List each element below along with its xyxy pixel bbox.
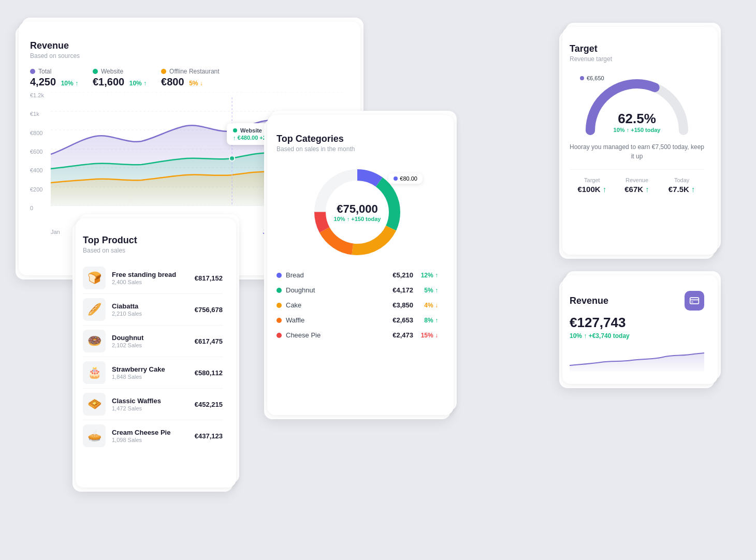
- revenue-mini-card: Revenue €127,743 10% ↑ +€3,740 today: [559, 279, 715, 388]
- list-item: Waffle €2,653 8% ↑: [277, 313, 438, 328]
- donut-value: €75,000: [334, 202, 381, 216]
- badge-dot: [394, 176, 398, 181]
- offline-label: Offline Restaurant: [169, 68, 220, 75]
- product-img-pie: 🥧: [83, 424, 106, 447]
- categories-card: Top Categories Based on sales in the mon…: [264, 119, 450, 419]
- gauge-sub: 10% ↑ +150 today: [614, 127, 661, 133]
- website-label: Website: [101, 68, 123, 75]
- svg-rect-17: [691, 302, 693, 303]
- gauge-container: €6,650 62.5% 10% ↑ +150 today: [570, 71, 704, 138]
- cat-dot: [277, 288, 282, 293]
- rev-mini-title: Revenue: [570, 296, 608, 306]
- cat-dot: [277, 318, 282, 323]
- target-subtitle: Revenue target: [570, 55, 704, 63]
- cat-dot: [277, 273, 282, 278]
- product-info-cake: Strawberry Cake 1,848 Sales: [112, 365, 188, 380]
- cat-dot: [277, 303, 282, 308]
- offline-value: €800 5% ↓: [161, 76, 220, 88]
- offline-dot: [161, 69, 166, 74]
- gauge-legend: €6,650: [580, 75, 604, 81]
- legend-row: Total 4,250 10% ↑ Website €1,600 10% ↑ O…: [30, 68, 343, 88]
- product-img-waffles: 🧇: [83, 393, 106, 416]
- top-product-card: Top Product Based on sales 🍞 Free standi…: [72, 223, 233, 492]
- total-label: Total: [38, 68, 51, 75]
- legend-total: Total 4,250 10% ↑: [30, 68, 78, 88]
- product-img-doughnut: 🍩: [83, 330, 106, 352]
- credit-card-icon: [689, 296, 700, 306]
- total-badge: 10% ↑: [61, 80, 78, 87]
- list-item: 🥖 Ciabatta 2,210 Sales €756,678: [83, 294, 223, 326]
- product-info-pie: Cream Cheese Pie 1,098 Sales: [112, 429, 188, 443]
- cat-dot: [277, 333, 282, 338]
- tooltip-label: Website: [240, 127, 262, 134]
- categories-list: Bread €5,210 12% ↑ Doughnut €4,172 5% ↑ …: [277, 268, 438, 343]
- gauge-pct: 62.5%: [614, 111, 661, 127]
- donut-sub: 10% ↑ +150 today: [334, 216, 381, 222]
- rev-mini-sub: 10% ↑ +€3,740 today: [570, 332, 704, 340]
- badge-label: €80.00: [400, 175, 417, 182]
- product-info-ciabatta: Ciabatta 2,210 Sales: [112, 302, 188, 317]
- sparkline-svg: [570, 346, 704, 372]
- donut-container: €75,000 10% ↑ +150 today €80.00: [277, 163, 438, 261]
- target-message: Hooray you managed to earn €7,500 today,…: [570, 142, 704, 161]
- list-item: Doughnut €4,172 5% ↑: [277, 283, 438, 298]
- stat-today: Today €7.5K ↑: [659, 177, 704, 194]
- donut-badge: €80.00: [388, 173, 423, 184]
- rev-mini-value: €127,743: [570, 315, 704, 331]
- list-item: 🧇 Classic Waffles 1,472 Sales €452,215: [83, 389, 223, 420]
- revenue-subtitle: Based on sources: [30, 52, 343, 60]
- target-title: Target: [570, 43, 704, 54]
- product-list: 🍞 Free standing bread 2,400 Sales €817,1…: [83, 262, 223, 451]
- y-labels: €1.2k€1k€800€600€400€2000: [30, 92, 44, 211]
- rev-mini-header: Revenue: [570, 291, 704, 311]
- product-subtitle: Based on sales: [83, 247, 223, 254]
- target-card: Target Revenue target €6,650 62.5% 10% ↑…: [559, 31, 715, 259]
- product-info-bread: Free standing bread 2,400 Sales: [112, 271, 188, 285]
- product-info-waffles: Classic Waffles 1,472 Sales: [112, 397, 188, 411]
- list-item: Bread €5,210 12% ↑: [277, 268, 438, 283]
- website-badge: 10% ↑: [129, 80, 147, 87]
- list-item: Cake €3,850 4% ↓: [277, 298, 438, 313]
- categories-title: Top Categories: [277, 134, 438, 144]
- target-stats: Target €100K ↑ Revenue €67K ↑ Today €7.5…: [570, 169, 704, 194]
- gauge-center: 62.5% 10% ↑ +150 today: [614, 111, 661, 133]
- total-dot: [30, 69, 35, 74]
- offline-badge: 5% ↓: [189, 80, 203, 87]
- stat-revenue: Revenue €67K ↑: [615, 177, 660, 194]
- legend-offline: Offline Restaurant €800 5% ↓: [161, 68, 220, 88]
- svg-rect-15: [690, 298, 699, 304]
- total-value: 4,250 10% ↑: [30, 76, 78, 88]
- donut-center: €75,000 10% ↑ +150 today: [334, 202, 381, 222]
- list-item: 🍩 Doughnut 2,102 Sales €617,475: [83, 326, 223, 357]
- list-item: 🍞 Free standing bread 2,400 Sales €817,1…: [83, 262, 223, 294]
- revenue-title: Revenue: [30, 40, 343, 51]
- list-item: Cheese Pie €2,473 15% ↓: [277, 328, 438, 343]
- product-img-cake: 🎂: [83, 361, 106, 384]
- product-img-ciabatta: 🥖: [83, 298, 106, 321]
- product-info-doughnut: Doughnut 2,102 Sales: [112, 334, 188, 348]
- stat-target: Target €100K ↑: [570, 177, 615, 194]
- list-item: 🥧 Cream Cheese Pie 1,098 Sales €437,123: [83, 420, 223, 451]
- product-title: Top Product: [83, 235, 223, 246]
- legend-website: Website €1,600 10% ↑: [93, 68, 147, 88]
- categories-subtitle: Based on sales in the month: [277, 145, 438, 153]
- sparkline-area: [570, 346, 704, 372]
- list-item: 🎂 Strawberry Cake 1,848 Sales €580,112: [83, 357, 223, 389]
- product-img-bread: 🍞: [83, 267, 106, 289]
- rev-icon: [685, 291, 704, 311]
- website-dot: [93, 69, 98, 74]
- website-value: €1,600 10% ↑: [93, 76, 147, 88]
